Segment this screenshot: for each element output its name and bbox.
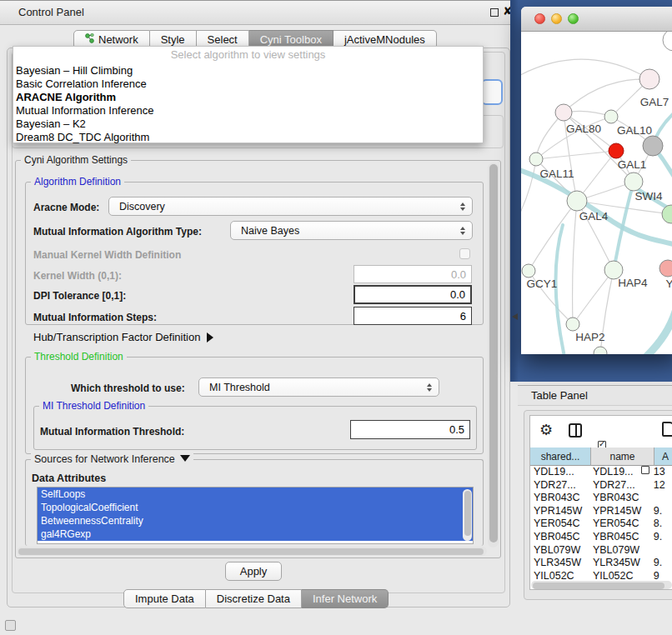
network-node-label: GAL10 xyxy=(617,124,652,137)
which-threshold-label: Which threshold to use: xyxy=(71,382,185,394)
table-panel-title: Table Panel xyxy=(531,389,588,402)
network-edge[interactable] xyxy=(529,201,577,271)
settings-horizontal-scrollbar[interactable] xyxy=(17,547,487,556)
mi-type-label: Mutual Information Algorithm Type: xyxy=(33,226,202,238)
network-node-gal1[interactable] xyxy=(624,172,643,191)
data-attribute-item[interactable]: TopologicalCoefficient xyxy=(38,501,473,514)
mi-threshold-field[interactable]: 0.5 xyxy=(350,420,470,439)
table-cell xyxy=(651,544,672,558)
network-edge[interactable] xyxy=(521,59,649,82)
network-node[interactable] xyxy=(663,32,672,51)
table-header-name[interactable]: name xyxy=(591,448,654,466)
tab-discretize-data[interactable]: Discretize Data xyxy=(206,589,302,608)
data-attribute-item[interactable]: SelfLoops xyxy=(38,488,473,501)
table-row[interactable]: YDL19...YDL19...13 xyxy=(530,466,672,479)
hub-definition-toggle[interactable]: Hub/Transcription Factor Definition xyxy=(33,331,213,343)
network-edge[interactable] xyxy=(573,201,577,324)
table-cell: 12 xyxy=(651,479,672,492)
dpi-tolerance-label: DPI Tolerance [0,1]: xyxy=(33,290,126,302)
network-node[interactable] xyxy=(594,347,607,354)
table-cell: YER054C xyxy=(589,518,651,531)
algorithm-option[interactable]: Dream8 DC_TDC Algorithm xyxy=(13,131,483,144)
combo-stepper-icon xyxy=(460,227,465,235)
table-cell: YLR345W xyxy=(589,557,651,570)
table-cell: YBL079W xyxy=(589,544,651,558)
network-edge[interactable] xyxy=(521,169,672,247)
table-row[interactable]: YLR345WYLR345W9. xyxy=(530,557,672,570)
table-cell: YER054C xyxy=(530,518,589,531)
network-node-gal80[interactable] xyxy=(555,104,572,121)
algorithm-dropdown-popup: Select algorithm to view settings Bayesi… xyxy=(13,46,484,143)
close-light-red[interactable] xyxy=(534,13,545,24)
network-edge[interactable] xyxy=(644,302,672,354)
network-node[interactable] xyxy=(643,136,663,156)
network-node-gcy1[interactable] xyxy=(522,264,535,278)
network-node-y[interactable] xyxy=(659,260,672,277)
data-attribute-item[interactable]: BetweennessCentrality xyxy=(38,514,473,528)
algorithm-definition-title: Algorithm Definition xyxy=(31,176,124,188)
network-edge[interactable] xyxy=(564,79,649,112)
network-node-gal10[interactable] xyxy=(604,110,618,123)
table-cell: YDL19... xyxy=(589,466,651,479)
table-cell: YDL19... xyxy=(530,466,589,479)
network-node-gal4[interactable] xyxy=(567,191,587,211)
manual-kernel-checkbox[interactable] xyxy=(459,248,470,259)
expanded-arrow-icon xyxy=(180,455,190,462)
manual-kernel-label: Manual Kernel Width Definition xyxy=(33,249,181,261)
data-attribute-item[interactable]: gal4RGexp xyxy=(38,528,473,541)
float-window-icon[interactable] xyxy=(490,8,499,17)
table-row[interactable]: YER054CYER054C8. xyxy=(530,518,672,531)
table-header-partial[interactable]: A xyxy=(654,448,672,466)
document-icon[interactable] xyxy=(662,422,672,437)
table-horizontal-scrollbar[interactable] xyxy=(531,581,672,589)
dpi-tolerance-field[interactable]: 0.0 xyxy=(354,285,472,304)
settings-vertical-scrollbar[interactable] xyxy=(488,162,499,548)
algorithm-option[interactable]: ARACNE Algorithm xyxy=(13,91,483,104)
data-attributes-list: SelfLoopsTopologicalCoefficientBetweenne… xyxy=(37,487,474,544)
algorithm-option[interactable]: Bayesian – K2 xyxy=(13,118,483,131)
algorithm-option[interactable]: Basic Correlation Inference xyxy=(13,78,483,91)
columns-icon[interactable] xyxy=(569,423,582,438)
mi-threshold-label: Mutual Information Threshold: xyxy=(40,426,184,438)
network-canvas[interactable]: GAL7GAL80GAL10GAL1GAL11SWI4GAL4GCY1HAP4Y… xyxy=(521,32,672,354)
table-cell: YDR27... xyxy=(589,479,651,492)
data-attributes-label: Data Attributes xyxy=(32,472,106,484)
table-row[interactable]: YIL052CYIL052C9 xyxy=(530,570,672,581)
network-edge[interactable] xyxy=(573,270,614,324)
apply-button[interactable]: Apply xyxy=(225,562,282,581)
docked-panel-grip-icon[interactable] xyxy=(5,620,16,631)
network-node-gal7[interactable] xyxy=(639,69,659,89)
network-node-swi4[interactable] xyxy=(662,205,672,223)
algorithm-option[interactable]: Mutual Information Inference xyxy=(13,104,483,118)
kernel-width-field[interactable]: 0.0 xyxy=(354,265,472,283)
network-node-label: GAL80 xyxy=(566,122,601,135)
table-row[interactable]: YBR043CYBR043C xyxy=(530,492,672,505)
kernel-width-label: Kernel Width (0,1): xyxy=(33,270,122,282)
tab-infer-network[interactable]: Infer Network xyxy=(302,589,389,608)
sources-group-title[interactable]: Sources for Network Inference xyxy=(31,453,193,465)
network-node-hap2[interactable] xyxy=(566,318,579,331)
mi-steps-field[interactable]: 6 xyxy=(354,307,472,325)
table-row[interactable]: YBL079WYBL079W xyxy=(530,544,672,558)
tab-impute-data[interactable]: Impute Data xyxy=(123,589,206,608)
attributes-list-scrollbar[interactable] xyxy=(463,489,472,541)
network-node-gal11[interactable] xyxy=(529,152,543,166)
network-edge[interactable] xyxy=(536,151,616,159)
network-icon xyxy=(85,33,94,46)
table-header-shared-name[interactable]: shared... xyxy=(530,448,591,466)
minimize-light-yellow[interactable] xyxy=(551,13,562,24)
network-view-window: GAL7GAL80GAL10GAL1GAL11SWI4GAL4GCY1HAP4Y… xyxy=(521,7,672,354)
table-row[interactable]: YDR27...YDR27...12 xyxy=(530,479,672,492)
table-row[interactable]: YBR045CYBR045C9. xyxy=(530,531,672,544)
table-cell: 8. xyxy=(651,518,672,531)
mi-steps-label: Mutual Information Steps: xyxy=(33,312,157,323)
table-cell: YBR045C xyxy=(589,531,651,544)
network-node[interactable] xyxy=(609,143,624,158)
aracne-mode-combo[interactable]: Discovery xyxy=(108,197,473,216)
algorithm-option[interactable]: Bayesian – Hill Climbing xyxy=(13,64,483,78)
zoom-light-green[interactable] xyxy=(568,13,579,24)
which-threshold-combo[interactable]: MI Threshold xyxy=(198,378,439,397)
gear-icon[interactable]: ⚙ xyxy=(539,422,553,438)
mi-type-combo[interactable]: Naive Bayes xyxy=(230,221,473,240)
table-row[interactable]: YPR145WYPR145W9. xyxy=(530,505,672,518)
